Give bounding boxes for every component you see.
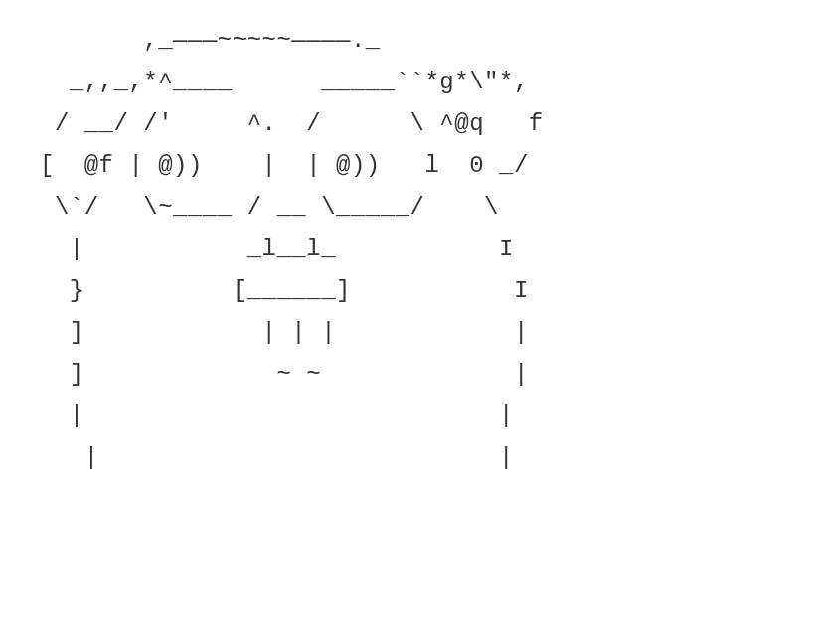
ascii-line-2: / __/ /' ^. / \ ^@q f: [40, 110, 544, 137]
ascii-line-10: | |: [40, 444, 514, 471]
ascii-line-7: ] | | | |: [40, 319, 529, 346]
ascii-line-6: } [______] I: [40, 277, 529, 304]
ascii-art: ,_———~~~~~————._ _,,_,*^____ _____``*g*\…: [40, 20, 779, 479]
ascii-line-0: ,_———~~~~~————._: [40, 27, 381, 54]
ascii-line-5: | _l__l_ I: [40, 236, 514, 262]
ascii-line-4: \`/ \~____ / __ \_____/ \: [40, 194, 499, 221]
ascii-line-8: ] ~ ~ |: [40, 361, 529, 388]
ascii-line-3: [ @f | @)) | | @)) l 0 _/: [40, 152, 529, 179]
ascii-line-1: _,,_,*^____ _____``*g*\"*,: [40, 69, 529, 95]
ascii-line-9: | |: [40, 402, 514, 429]
